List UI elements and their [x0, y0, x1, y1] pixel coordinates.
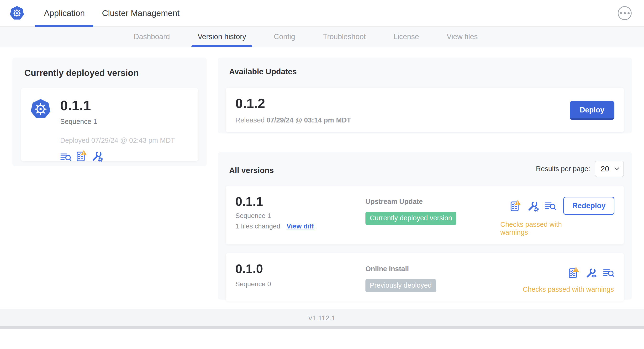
- subnav-tab-troubleshoot-label: Troubleshoot: [323, 32, 366, 41]
- results-per-page-label: Results per page:: [536, 165, 590, 173]
- deploy-logs-icon[interactable]: [603, 268, 614, 278]
- row-version-number: 0.1.0: [235, 262, 366, 275]
- currently-deployed-card: 0.1.1 Sequence 1 Deployed 07/29/24 @ 02:…: [21, 88, 198, 161]
- released-label: Released: [235, 116, 265, 124]
- subnav-tab-config-label: Config: [274, 32, 295, 41]
- app-logo: [0, 0, 35, 26]
- row-source-label: Online Install: [366, 265, 500, 273]
- redeploy-button[interactable]: Redeploy: [563, 197, 614, 215]
- deployed-timestamp: Deployed 07/29/24 @ 02:43 pm MDT: [60, 136, 175, 144]
- chevron-down-icon: [614, 167, 619, 170]
- kubernetes-app-icon: [30, 98, 51, 120]
- version-row-0-1-0: 0.1.0 Sequence 0 Online Install Previous…: [226, 253, 624, 302]
- files-changed-label: 1 files changed: [235, 222, 280, 230]
- subnav-tab-view-files[interactable]: View files: [440, 27, 485, 47]
- view-diff-link[interactable]: View diff: [286, 222, 314, 230]
- version-row-0-1-1: 0.1.1 Sequence 1 1 files changedView dif…: [226, 186, 624, 244]
- results-per-page-value: 20: [600, 164, 609, 173]
- ellipsis-menu-icon[interactable]: [618, 6, 632, 20]
- subnav-tab-license-label: License: [393, 32, 419, 41]
- update-released-line: Released 07/29/24 @ 03:14 pm MDT: [235, 116, 351, 124]
- subnav-tab-dashboard[interactable]: Dashboard: [126, 27, 177, 47]
- available-update-card: 0.1.2 Released 07/29/24 @ 03:14 pm MDT D…: [226, 88, 624, 132]
- deploy-button[interactable]: Deploy: [570, 101, 614, 120]
- tab-application[interactable]: Application: [35, 0, 93, 26]
- update-version-number: 0.1.2: [235, 97, 351, 110]
- released-timestamp: 07/29/24 @ 03:14 pm MDT: [266, 116, 351, 124]
- checks-status-text: Checks passed with warnings: [523, 286, 614, 294]
- checks-status-text: Checks passed with warnings: [500, 220, 575, 236]
- deploy-logs-icon[interactable]: [545, 201, 556, 210]
- deploy-logs-icon[interactable]: [60, 152, 72, 162]
- currently-deployed-title: Currently deployed version: [24, 68, 198, 78]
- row-sequence: Sequence 1: [235, 212, 366, 220]
- subnav-tab-version-history-label: Version history: [198, 32, 246, 41]
- currently-deployed-panel: Currently deployed version 0.1.1 Sequenc…: [12, 58, 207, 166]
- main-content: Currently deployed version 0.1.1 Sequenc…: [0, 47, 644, 329]
- all-versions-title: All versions: [229, 166, 274, 175]
- kubernetes-logo-icon: [10, 6, 24, 20]
- preflight-checks-warning-icon[interactable]: [568, 267, 580, 278]
- available-updates-title: Available Updates: [229, 67, 624, 76]
- row-files-changed: 1 files changedView diff: [235, 222, 366, 230]
- app-subnav: Dashboard Version history Config Trouble…: [0, 27, 644, 47]
- preflight-checks-warning-icon[interactable]: [76, 150, 87, 162]
- deployed-sequence: Sequence 1: [60, 118, 175, 126]
- row-sequence: Sequence 0: [235, 280, 366, 288]
- subnav-tab-troubleshoot[interactable]: Troubleshoot: [316, 27, 373, 47]
- tab-cluster-management[interactable]: Cluster Management: [93, 0, 188, 26]
- tab-cluster-management-label: Cluster Management: [102, 8, 180, 18]
- subnav-tab-license[interactable]: License: [386, 27, 426, 47]
- preflight-checks-warning-icon[interactable]: [510, 200, 521, 212]
- console-version: v1.112.1: [309, 314, 336, 324]
- row-version-number: 0.1.1: [235, 195, 366, 208]
- tab-application-label: Application: [44, 8, 85, 18]
- subnav-tab-version-history[interactable]: Version history: [190, 27, 253, 47]
- row-source-label: Upstream Update: [366, 198, 500, 206]
- edit-config-icon[interactable]: [527, 200, 539, 212]
- view-config-icon[interactable]: [585, 267, 597, 278]
- previously-deployed-badge: Previously deployed: [366, 279, 436, 292]
- edit-config-icon[interactable]: [91, 150, 103, 162]
- subnav-tab-dashboard-label: Dashboard: [134, 32, 170, 41]
- app-header: Application Cluster Management: [0, 0, 644, 27]
- deployed-version-number: 0.1.1: [60, 98, 175, 112]
- subnav-tab-config[interactable]: Config: [266, 27, 302, 47]
- all-versions-panel: All versions Results per page: 20 0.1.1 …: [218, 152, 632, 300]
- app-footer: v1.112.1: [0, 309, 644, 329]
- available-updates-panel: Available Updates 0.1.2 Released 07/29/2…: [218, 58, 632, 134]
- results-per-page-select[interactable]: 20: [595, 161, 624, 177]
- currently-deployed-badge: Currently deployed version: [366, 212, 456, 225]
- subnav-tab-view-files-label: View files: [446, 32, 478, 41]
